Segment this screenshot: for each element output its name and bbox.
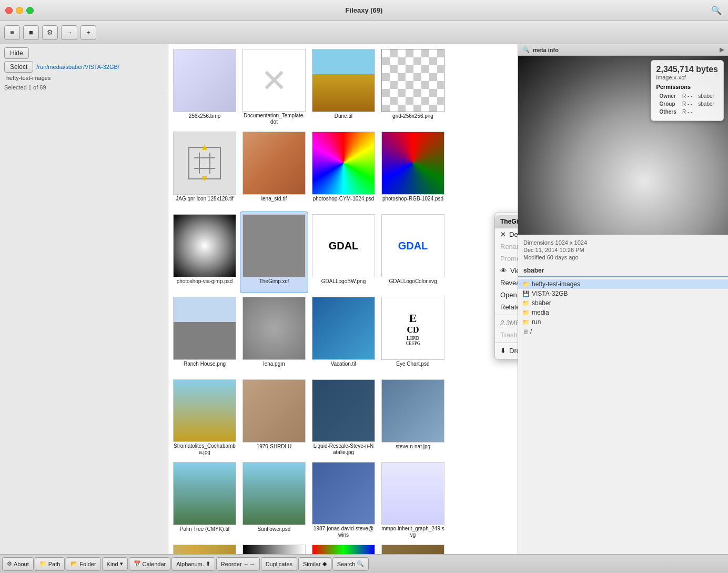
file-item[interactable]: 256x256.bmp xyxy=(170,46,239,128)
file-grid: 256x256.bmpDocumentation_Template.dotDun… xyxy=(168,44,518,554)
file-item[interactable]: Vacation.tif xyxy=(309,294,378,376)
add-button[interactable]: + xyxy=(80,25,96,40)
tree-item-run[interactable]: 📁run xyxy=(518,317,728,327)
file-item[interactable]: Stromatolites_Cochabamba.jpg xyxy=(170,377,239,458)
tree-item-sbaber[interactable]: 📁sbaber xyxy=(518,298,728,308)
file-item[interactable]: Motorola6... xyxy=(379,542,447,554)
file-item[interactable]: Ranch House.png xyxy=(170,294,239,376)
tree-item-vista[interactable]: 💾VISTA-32GB xyxy=(518,289,728,298)
folder-name: hefty-test-images xyxy=(6,75,50,81)
permissions-title: Permissions xyxy=(656,84,718,90)
menu-button[interactable]: ≡ xyxy=(4,25,20,40)
file-thumbnail xyxy=(312,462,375,525)
file-label: Eye Chart.psd xyxy=(396,361,429,367)
file-item[interactable]: lena.pgm xyxy=(240,294,308,376)
tree-item-hefty[interactable]: 📁hefty-test-images xyxy=(518,279,728,289)
file-thumbnail xyxy=(173,462,236,525)
file-thumbnail xyxy=(312,297,375,360)
file-item[interactable]: JAG qnr icon 128x128.tif xyxy=(170,129,239,210)
tree-label: media xyxy=(532,309,549,316)
tree-item-media[interactable]: 📁media xyxy=(518,308,728,317)
file-thumbnail xyxy=(173,132,236,195)
close-button[interactable] xyxy=(5,7,13,14)
ctx-view[interactable]: 👁 View content… xyxy=(495,265,518,277)
settings-button[interactable]: ⚙ xyxy=(42,25,58,40)
hide-button[interactable]: Hide xyxy=(4,47,29,59)
tree-label: run xyxy=(532,318,541,326)
ctx-deselect-icon: ✕ xyxy=(500,230,506,238)
file-item[interactable]: Sunflower.psd xyxy=(240,459,308,541)
file-thumbnail: GDAL xyxy=(312,214,375,277)
file-label: Documentation_Template.dot xyxy=(242,113,306,125)
file-item[interactable]: mmpo-inherit_graph_249.svg xyxy=(379,459,447,541)
file-item[interactable]: CMYK_Sample_Image.pdf xyxy=(170,542,239,554)
tree-item-root[interactable]: 🖥/ xyxy=(518,327,728,336)
file-thumbnail xyxy=(381,132,444,195)
file-tree[interactable]: 📁hefty-test-images💾VISTA-32GB📁sbaber📁med… xyxy=(518,276,728,554)
duplicates-label: Duplicates xyxy=(266,561,292,567)
group-perms: R - - xyxy=(680,100,695,107)
file-thumbnail xyxy=(173,214,236,277)
ctx-reveal[interactable]: Reveal… xyxy=(495,277,518,289)
kind-label: Kind xyxy=(107,561,118,567)
file-grid-area[interactable]: 256x256.bmpDocumentation_Template.dotDun… xyxy=(168,44,518,554)
file-item[interactable]: 1987-jonas-david-steve@wins xyxy=(309,459,378,541)
file-thumbnail xyxy=(242,49,306,112)
file-item[interactable]: Gray_Sample_Image.pdf xyxy=(240,542,308,554)
search-icon: 🔍 xyxy=(357,560,364,567)
ctx-deselect[interactable]: ✕ Deselect 1 xyxy=(495,228,518,240)
file-item[interactable]: grid-256x256.png xyxy=(379,46,447,128)
file-item[interactable]: photoshop-CYM-1024.psd xyxy=(309,129,378,210)
ctx-open[interactable]: Open… xyxy=(495,289,518,301)
context-menu-title: TheGimp.xcf xyxy=(500,218,518,225)
file-item[interactable]: GDALGDALLogoColor.svg xyxy=(379,212,447,293)
file-item[interactable]: ECDLIPDCE FPGEye Chart.psd xyxy=(379,294,447,376)
ctx-promote-label: Promote xyxy=(500,255,518,263)
file-item[interactable]: lena_std.tif xyxy=(240,129,308,210)
tree-icon-disk: 💾 xyxy=(522,290,530,297)
file-item[interactable]: Dune.tif xyxy=(309,46,378,128)
duplicates-button[interactable]: Duplicates xyxy=(261,557,297,571)
path-button[interactable]: 📁 Path xyxy=(35,557,65,571)
alphanum-button[interactable]: Alphanum. ⬆ xyxy=(171,557,215,571)
meta-details: Dimensions 1024 x 1024 Dec 11, 2014 10:2… xyxy=(518,235,728,265)
file-item[interactable]: steve-n-nat.jpg xyxy=(379,377,447,458)
path-link[interactable]: /run/media/sbaber/VISTA-32GB/ xyxy=(36,64,119,70)
file-item[interactable]: RGB_Sample_Image.pdf xyxy=(309,542,378,554)
file-label: photoshop-CYM-1024.psd xyxy=(313,196,375,202)
group-row: Group R - - sbaber xyxy=(658,100,717,107)
folder-button[interactable]: 📂 Folder xyxy=(66,557,100,571)
tree-icon-folder: 📁 xyxy=(522,319,530,326)
file-item[interactable]: Documentation_Template.dot xyxy=(240,46,308,128)
forward-button[interactable]: → xyxy=(61,25,77,40)
file-size: 2,345,714 bytes xyxy=(656,65,718,74)
tree-label: VISTA-32GB xyxy=(532,290,568,297)
file-label: mmpo-inherit_graph_249.svg xyxy=(381,526,444,538)
tree-label: hefty-test-images xyxy=(532,280,580,288)
similar-button[interactable]: Similar ◆ xyxy=(298,557,331,571)
file-label: JAG qnr icon 128x128.tif xyxy=(176,196,234,202)
kind-button[interactable]: Kind ▾ xyxy=(102,557,128,571)
ctx-related[interactable]: Related… ▶ xyxy=(495,301,518,313)
minimize-button[interactable] xyxy=(16,7,23,14)
ctx-drop-label: Drop 1 xyxy=(509,347,518,355)
file-item[interactable]: photoshop-RGB-1024.psd xyxy=(379,129,447,210)
file-item[interactable]: TheGimp.xcf xyxy=(240,212,308,293)
ctx-drop[interactable]: ⬇ Drop 1 xyxy=(495,345,518,357)
file-item[interactable]: photoshop-via-gimp.psd xyxy=(170,212,239,293)
file-item[interactable]: 1970-SHRDLU xyxy=(240,377,308,458)
file-item[interactable]: Liquid-Rescale-Steve-n-Natalie.jpg xyxy=(309,377,378,458)
file-item[interactable]: GDALGDALLogoBW.png xyxy=(309,212,378,293)
calendar-button[interactable]: 📅 Calendar xyxy=(129,557,171,571)
meta-expand-arrow[interactable]: ▶ xyxy=(720,46,724,53)
search-icon[interactable]: 🔍 xyxy=(711,5,722,15)
reorder-button[interactable]: Reorder ←→ xyxy=(216,557,260,571)
stop-button[interactable]: ■ xyxy=(23,25,39,40)
ctx-reveal-label: Reveal… xyxy=(500,279,518,287)
about-button[interactable]: ⚙ About xyxy=(2,557,34,571)
meta-header-label: meta info xyxy=(533,47,559,53)
maximize-button[interactable] xyxy=(26,7,34,14)
select-button[interactable]: Select xyxy=(4,61,33,73)
search-button[interactable]: Search 🔍 xyxy=(332,557,369,571)
file-item[interactable]: Palm Tree (CMYK).tif xyxy=(170,459,239,541)
